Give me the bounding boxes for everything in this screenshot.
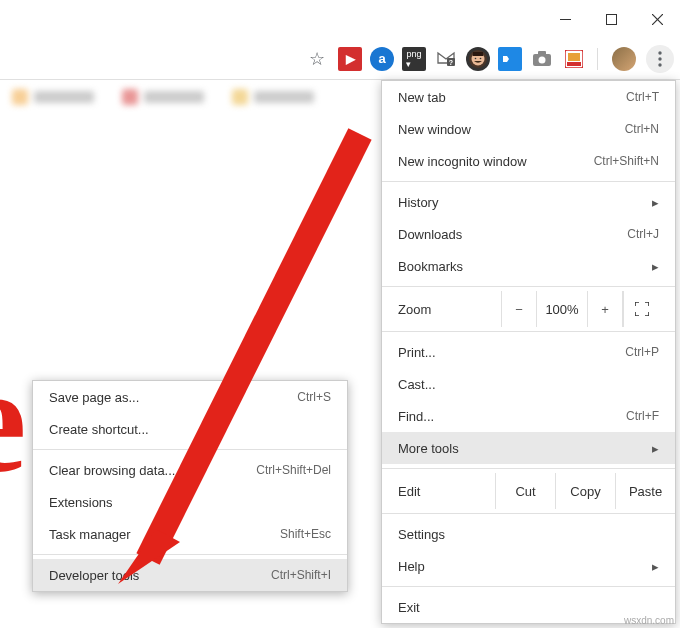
menu-new-incognito[interactable]: New incognito window Ctrl+Shift+N: [382, 145, 675, 177]
extension-icon[interactable]: ▶: [338, 47, 362, 71]
zoom-label: Zoom: [398, 302, 501, 317]
extension-icon[interactable]: [498, 47, 522, 71]
svg-text:?: ?: [449, 58, 453, 65]
svg-point-18: [658, 51, 661, 54]
menu-separator: [382, 586, 675, 587]
menu-shortcut: Ctrl+Shift+Del: [256, 463, 331, 477]
menu-cast[interactable]: Cast...: [382, 368, 675, 400]
menu-label: New window: [398, 122, 471, 137]
menu-label: Exit: [398, 600, 420, 615]
svg-point-20: [658, 63, 661, 66]
menu-find[interactable]: Find... Ctrl+F: [382, 400, 675, 432]
menu-separator: [382, 181, 675, 182]
menu-label: Find...: [398, 409, 434, 424]
submenu-save-page[interactable]: Save page as... Ctrl+S: [33, 381, 347, 413]
menu-label: Extensions: [49, 495, 113, 510]
menu-label: Bookmarks: [398, 259, 463, 274]
menu-help[interactable]: Help ▸: [382, 550, 675, 582]
paste-button[interactable]: Paste: [615, 473, 675, 509]
page-logo: e: [0, 334, 27, 506]
menu-label: Task manager: [49, 527, 131, 542]
svg-point-9: [475, 57, 477, 59]
svg-rect-13: [538, 51, 546, 55]
submenu-developer-tools[interactable]: Developer tools Ctrl+Shift+I: [33, 559, 347, 591]
menu-settings[interactable]: Settings: [382, 518, 675, 550]
menu-separator: [382, 513, 675, 514]
menu-shortcut: Ctrl+S: [297, 390, 331, 404]
menu-more-tools[interactable]: More tools ▸: [382, 432, 675, 464]
submenu-clear-browsing-data[interactable]: Clear browsing data... Ctrl+Shift+Del: [33, 454, 347, 486]
menu-label: New incognito window: [398, 154, 527, 169]
menu-shortcut: Ctrl+P: [625, 345, 659, 359]
svg-rect-8: [473, 52, 483, 56]
extension-icon[interactable]: [466, 47, 490, 71]
menu-shortcut: Ctrl+Shift+I: [271, 568, 331, 582]
edit-label: Edit: [398, 484, 495, 499]
svg-rect-16: [567, 62, 581, 66]
menu-shortcut: Ctrl+F: [626, 409, 659, 423]
watermark: wsxdn.com: [624, 615, 674, 626]
zoom-value: 100%: [537, 302, 587, 317]
bookmark-star-icon[interactable]: ☆: [309, 48, 325, 70]
zoom-in-button[interactable]: +: [587, 291, 623, 327]
submenu-extensions[interactable]: Extensions: [33, 486, 347, 518]
extension-icon[interactable]: a: [370, 47, 394, 71]
menu-history[interactable]: History ▸: [382, 186, 675, 218]
menu-separator: [33, 449, 347, 450]
menu-label: Save page as...: [49, 390, 139, 405]
submenu-caret-icon: ▸: [652, 441, 659, 456]
menu-label: Print...: [398, 345, 436, 360]
menu-bookmarks[interactable]: Bookmarks ▸: [382, 250, 675, 282]
submenu-caret-icon: ▸: [652, 195, 659, 210]
extension-icon[interactable]: [562, 47, 586, 71]
menu-new-tab[interactable]: New tab Ctrl+T: [382, 81, 675, 113]
menu-separator: [382, 331, 675, 332]
menu-edit-row: Edit Cut Copy Paste: [382, 473, 675, 509]
svg-point-10: [480, 57, 482, 59]
submenu-create-shortcut[interactable]: Create shortcut...: [33, 413, 347, 445]
more-menu-button[interactable]: [646, 45, 674, 73]
menu-label: Create shortcut...: [49, 422, 149, 437]
copy-button[interactable]: Copy: [555, 473, 615, 509]
menu-downloads[interactable]: Downloads Ctrl+J: [382, 218, 675, 250]
submenu-task-manager[interactable]: Task manager Shift+Esc: [33, 518, 347, 550]
close-button[interactable]: [634, 0, 680, 38]
menu-print[interactable]: Print... Ctrl+P: [382, 336, 675, 368]
menu-new-window[interactable]: New window Ctrl+N: [382, 113, 675, 145]
menu-label: Developer tools: [49, 568, 139, 583]
submenu-caret-icon: ▸: [652, 559, 659, 574]
maximize-button[interactable]: [588, 0, 634, 38]
menu-label: History: [398, 195, 438, 210]
menu-zoom-row: Zoom − 100% +: [382, 291, 675, 327]
svg-point-19: [658, 57, 661, 60]
bookmark-item[interactable]: [122, 89, 204, 105]
menu-label: Downloads: [398, 227, 462, 242]
submenu-caret-icon: ▸: [652, 259, 659, 274]
svg-rect-17: [568, 53, 580, 61]
menu-shortcut: Ctrl+T: [626, 90, 659, 104]
svg-point-14: [539, 56, 546, 63]
cut-button[interactable]: Cut: [495, 473, 555, 509]
minimize-button[interactable]: [542, 0, 588, 38]
extension-icon[interactable]: ?: [434, 47, 458, 71]
menu-label: Cast...: [398, 377, 436, 392]
svg-rect-1: [606, 14, 616, 24]
zoom-out-button[interactable]: −: [501, 291, 537, 327]
menu-shortcut: Ctrl+N: [625, 122, 659, 136]
extension-icon[interactable]: png▾: [402, 47, 426, 71]
menu-label: Clear browsing data...: [49, 463, 175, 478]
more-tools-submenu: Save page as... Ctrl+S Create shortcut..…: [32, 380, 348, 592]
fullscreen-button[interactable]: [623, 291, 659, 327]
bookmark-item[interactable]: [232, 89, 314, 105]
menu-separator: [382, 286, 675, 287]
menu-shortcut: Ctrl+Shift+N: [594, 154, 659, 168]
bookmark-item[interactable]: [12, 89, 94, 105]
profile-avatar[interactable]: [612, 47, 636, 71]
menu-label: New tab: [398, 90, 446, 105]
chrome-main-menu: New tab Ctrl+T New window Ctrl+N New inc…: [381, 80, 676, 624]
menu-shortcut: Ctrl+J: [627, 227, 659, 241]
menu-shortcut: Shift+Esc: [280, 527, 331, 541]
extension-icon[interactable]: [530, 47, 554, 71]
menu-separator: [33, 554, 347, 555]
menu-separator: [382, 468, 675, 469]
